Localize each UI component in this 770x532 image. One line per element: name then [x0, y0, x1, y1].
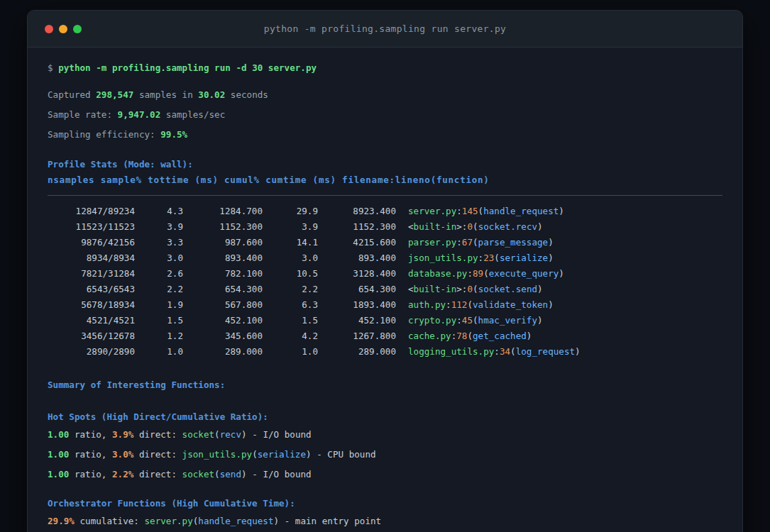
- hotspot-line-0: 1.00 ratio, 3.9% direct: socket(recv) - …: [48, 425, 722, 445]
- shell-prompt: $: [48, 62, 58, 73]
- cell-cumul_pct: 1.0: [263, 344, 318, 360]
- cell-tottime_ms: 567.800: [183, 297, 263, 313]
- cell-location: <built-in>:0(socket.recv): [408, 219, 543, 235]
- hotspots-title: Hot Spots (High Direct/Cumulative Ratio)…: [48, 409, 722, 425]
- cell-sample_pct: 2.6: [135, 266, 183, 282]
- cell-nsamples: 7821/31284: [48, 266, 135, 282]
- cell-tottime_ms: 1152.300: [183, 219, 263, 235]
- cell-cumtime_ms: 654.300: [318, 282, 396, 297]
- cell-tottime_ms: 893.400: [183, 250, 263, 266]
- cell-nsamples: 9876/42156: [48, 235, 135, 250]
- cell-location: crypto.py:45(hmac_verify): [408, 313, 543, 328]
- hotspot-lines: 1.00 ratio, 3.9% direct: socket(recv) - …: [48, 425, 722, 484]
- table-row: 3456/126781.2345.6004.21267.800cache.py:…: [48, 328, 722, 344]
- cell-location: auth.py:112(validate_token): [408, 297, 554, 313]
- table-row: 8934/89343.0893.4003.0893.400json_utils.…: [48, 250, 722, 266]
- window-title: python -m profiling.sampling run server.…: [28, 23, 742, 34]
- terminal-window: python -m profiling.sampling run server.…: [27, 10, 743, 532]
- maximize-button[interactable]: [73, 25, 82, 33]
- cell-cumtime_ms: 1893.400: [318, 297, 396, 313]
- cell-nsamples: 11523/11523: [48, 219, 135, 235]
- cell-tottime_ms: 1284.700: [183, 204, 263, 219]
- cell-sample_pct: 1.5: [135, 313, 183, 328]
- table-header: nsamples sample% tottime (ms) cumul% cum…: [48, 172, 722, 188]
- orchestrator-line-0: 29.9% cumulative: server.py(handle_reque…: [48, 511, 722, 531]
- cell-sample_pct: 1.0: [135, 344, 183, 360]
- profile-stats-title: Profile Stats (Mode: wall):: [48, 157, 722, 172]
- cell-cumul_pct: 1.5: [263, 313, 318, 328]
- cell-tottime_ms: 987.600: [183, 235, 263, 250]
- terminal-content[interactable]: $ python -m profiling.sampling run -d 30…: [28, 48, 742, 532]
- cell-location: <built-in>:0(socket.send): [408, 282, 543, 297]
- cell-cumtime_ms: 1152.300: [318, 219, 396, 235]
- cell-cumul_pct: 10.5: [263, 266, 318, 282]
- orchestrator-lines: 29.9% cumulative: server.py(handle_reque…: [48, 511, 722, 532]
- orchestrators-title: Orchestrator Functions (High Cumulative …: [48, 496, 722, 511]
- table-row: 12847/892344.31284.70029.98923.400server…: [48, 204, 722, 219]
- cell-sample_pct: 3.3: [135, 235, 183, 250]
- cell-location: database.py:89(execute_query): [408, 266, 564, 282]
- cell-sample_pct: 1.2: [135, 328, 183, 344]
- cell-cumtime_ms: 289.000: [318, 344, 396, 360]
- cell-cumtime_ms: 8923.400: [318, 204, 396, 219]
- cell-location: cache.py:78(get_cached): [408, 328, 532, 344]
- cell-cumtime_ms: 893.400: [318, 250, 396, 266]
- minimize-button[interactable]: [59, 25, 67, 33]
- cell-cumul_pct: 6.3: [263, 297, 318, 313]
- capture-stat-line-1: Sample rate: 9,947.02 samples/sec: [48, 105, 722, 125]
- cell-cumtime_ms: 4215.600: [318, 235, 396, 250]
- cell-location: logging_utils.py:34(log_request): [408, 344, 581, 360]
- capture-stats: Captured 298,547 samples in 30.02 second…: [48, 85, 722, 145]
- cell-nsamples: 6543/6543: [48, 282, 135, 297]
- cell-cumul_pct: 2.2: [263, 282, 318, 297]
- cell-nsamples: 12847/89234: [48, 204, 135, 219]
- command-text: python -m profiling.sampling run -d 30 s…: [58, 62, 317, 73]
- cell-cumul_pct: 3.0: [263, 250, 318, 266]
- hotspot-line-1: 1.00 ratio, 3.0% direct: json_utils.py(s…: [48, 445, 722, 465]
- capture-stat-line-2: Sampling efficiency: 99.5%: [48, 125, 722, 145]
- cell-nsamples: 3456/12678: [48, 328, 135, 344]
- cell-sample_pct: 1.9: [135, 297, 183, 313]
- table-row: 4521/45211.5452.1001.5452.100crypto.py:4…: [48, 313, 722, 328]
- close-button[interactable]: [45, 25, 53, 33]
- titlebar: python -m profiling.sampling run server.…: [28, 11, 742, 48]
- cell-nsamples: 5678/18934: [48, 297, 135, 313]
- table-row: 5678/189341.9567.8006.31893.400auth.py:1…: [48, 297, 722, 313]
- command-line: $ python -m profiling.sampling run -d 30…: [48, 60, 722, 76]
- summary-title: Summary of Interesting Functions:: [48, 377, 722, 393]
- cell-cumul_pct: 14.1: [263, 235, 318, 250]
- capture-stat-line-0: Captured 298,547 samples in 30.02 second…: [48, 85, 722, 105]
- cell-tottime_ms: 782.100: [183, 266, 263, 282]
- cell-location: json_utils.py:23(serialize): [408, 250, 554, 266]
- cell-cumul_pct: 3.9: [263, 219, 318, 235]
- cell-sample_pct: 3.9: [135, 219, 183, 235]
- traffic-lights: [28, 25, 82, 33]
- cell-tottime_ms: 345.600: [183, 328, 263, 344]
- cell-nsamples: 4521/4521: [48, 313, 135, 328]
- cell-cumul_pct: 29.9: [263, 204, 318, 219]
- table-row: 11523/115233.91152.3003.91152.300<built-…: [48, 219, 722, 235]
- table-row: 6543/65432.2654.3002.2654.300<built-in>:…: [48, 282, 722, 297]
- table-row: 9876/421563.3987.60014.14215.600parser.p…: [48, 235, 722, 250]
- table-divider: [48, 195, 722, 196]
- cell-sample_pct: 3.0: [135, 250, 183, 266]
- cell-sample_pct: 4.3: [135, 204, 183, 219]
- cell-sample_pct: 2.2: [135, 282, 183, 297]
- table-row: 2890/28901.0289.0001.0289.000logging_uti…: [48, 344, 722, 360]
- cell-nsamples: 2890/2890: [48, 344, 135, 360]
- cell-nsamples: 8934/8934: [48, 250, 135, 266]
- cell-tottime_ms: 289.000: [183, 344, 263, 360]
- cell-cumul_pct: 4.2: [263, 328, 318, 344]
- hotspot-line-2: 1.00 ratio, 2.2% direct: socket(send) - …: [48, 465, 722, 484]
- cell-cumtime_ms: 3128.400: [318, 266, 396, 282]
- profile-table: 12847/892344.31284.70029.98923.400server…: [48, 204, 722, 360]
- cell-tottime_ms: 452.100: [183, 313, 263, 328]
- cell-cumtime_ms: 452.100: [318, 313, 396, 328]
- cell-cumtime_ms: 1267.800: [318, 328, 396, 344]
- table-row: 7821/312842.6782.10010.53128.400database…: [48, 266, 722, 282]
- cell-tottime_ms: 654.300: [183, 282, 263, 297]
- cell-location: parser.py:67(parse_message): [408, 235, 554, 250]
- cell-location: server.py:145(handle_request): [408, 204, 564, 219]
